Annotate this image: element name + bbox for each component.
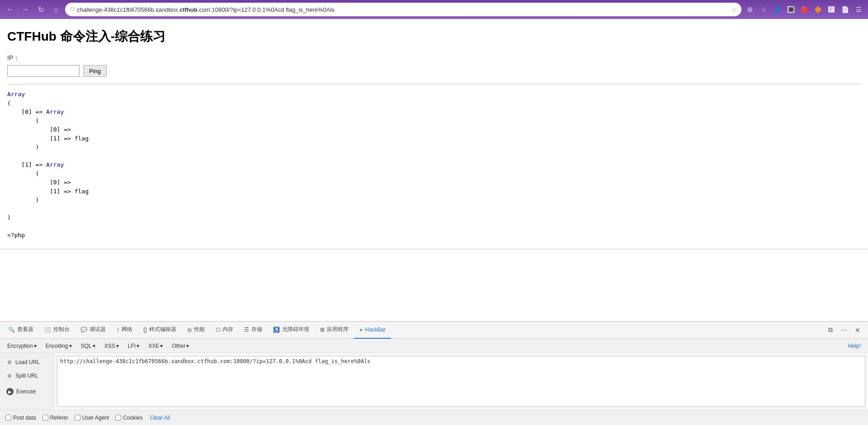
ext3-icon[interactable]: 🔶 [812,4,824,15]
ip-label: IP： [7,54,861,62]
account-icon[interactable]: 👤 [771,4,783,15]
address-bar[interactable]: 🛡 challenge-438c1c1fb670566b.sandbox.ctf… [65,3,741,16]
ext2-icon[interactable]: 🔴 [798,4,810,15]
forward-button[interactable]: → [19,3,32,16]
ip-section: IP： Ping [7,54,861,77]
page-content: CTFHub 命令注入-综合练习 IP： Ping Array ( [0] =>… [0,19,868,249]
ping-button[interactable]: Ping [83,65,107,77]
extensions-icon[interactable]: ⊞ [744,4,756,15]
ext4-icon[interactable]: 🅿 [826,4,837,15]
page-title: CTFHub 命令注入-综合练习 [7,28,861,45]
output-area: Array ( [0] => Array ( [0] => [1] => fla… [7,90,861,240]
browser-toolbar-icons: ⊞ ☆ 👤 🔳 🔴 🔶 🅿 📄 ☰ [744,4,864,15]
ext1-icon[interactable]: 🔳 [785,4,797,15]
url-text: challenge-438c1c1fb670566b.sandbox.ctfhu… [77,6,729,13]
home-button[interactable]: ⌂ [50,3,62,16]
divider [7,84,861,84]
bookmark-star-icon[interactable]: ☆ [758,4,769,15]
security-icon: 🛡 [70,6,75,13]
browser-chrome: ← → ↻ ⌂ 🛡 challenge-438c1c1fb670566b.san… [0,0,868,19]
back-button[interactable]: ← [4,3,16,16]
refresh-button[interactable]: ↻ [34,3,47,16]
ip-input[interactable] [7,65,80,77]
menu-icon[interactable]: ☰ [853,4,864,15]
bookmark-icon[interactable]: ☆ [731,6,737,13]
ext5-icon[interactable]: 📄 [839,4,851,15]
ip-row: Ping [7,65,861,77]
url-domain-bold: ctfhub [179,6,198,13]
